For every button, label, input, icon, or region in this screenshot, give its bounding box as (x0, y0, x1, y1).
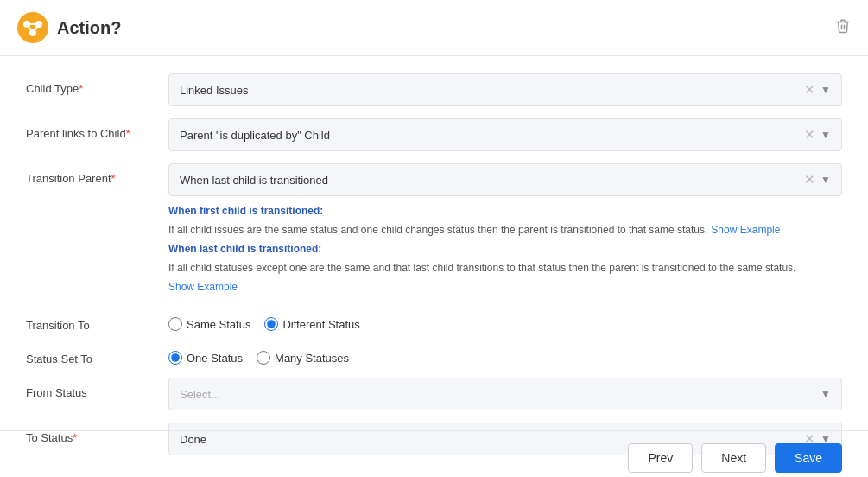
from-status-label: From Status (26, 378, 168, 399)
page-wrapper: Action? Child Type* Linked Issues ✕ (0, 0, 868, 477)
transition-parent-caret-icon: ▼ (820, 174, 831, 186)
transition-parent-value: When last child is transitioned (180, 174, 328, 187)
parent-links-select[interactable]: Parent "is duplicated by" Child ✕ ▼ (168, 118, 842, 151)
child-type-clear-icon[interactable]: ✕ (804, 82, 815, 98)
transition-to-control: Same Status Different Status (168, 310, 842, 331)
same-status-label: Same Status (187, 318, 250, 331)
child-type-control: Linked Issues ✕ ▼ (168, 73, 842, 106)
many-statuses-radio[interactable] (257, 351, 270, 365)
different-status-option[interactable]: Different Status (264, 317, 359, 331)
prev-button[interactable]: Prev (628, 443, 693, 473)
child-type-value: Linked Issues (180, 84, 249, 97)
one-status-radio[interactable] (168, 351, 182, 365)
first-child-label: When first child is transitioned: (168, 203, 323, 219)
page-title: Action? (57, 18, 121, 38)
transition-parent-info: When first child is transitioned: If all… (168, 203, 842, 295)
parent-links-label: Parent links to Child* (26, 118, 168, 140)
parent-links-control: Parent "is duplicated by" Child ✕ ▼ (168, 118, 842, 151)
first-child-show-example[interactable]: Show Example (711, 222, 780, 238)
svg-point-0 (17, 12, 48, 43)
header: Action? (0, 0, 868, 56)
transition-parent-row: Transition Parent* When last child is tr… (26, 163, 842, 298)
one-status-label: One Status (187, 352, 243, 365)
from-status-caret-icon: ▼ (820, 388, 831, 400)
transition-parent-clear-icon[interactable]: ✕ (804, 172, 815, 188)
different-status-label: Different Status (282, 318, 359, 331)
transition-parent-control: When last child is transitioned ✕ ▼ When… (168, 163, 842, 298)
one-status-option[interactable]: One Status (168, 351, 243, 365)
delete-icon[interactable] (835, 18, 851, 37)
last-child-info-row: When last child is transitioned: If all … (168, 241, 842, 295)
from-status-row: From Status Select... ▼ (26, 378, 842, 410)
save-button[interactable]: Save (775, 443, 842, 473)
transition-parent-select[interactable]: When last child is transitioned ✕ ▼ (168, 163, 842, 196)
transition-to-label: Transition To (26, 310, 168, 332)
parent-links-value: Parent "is duplicated by" Child (180, 129, 330, 142)
last-child-label: When last child is transitioned: (168, 241, 321, 257)
status-set-to-control: One Status Many Statuses (168, 344, 842, 365)
same-status-option[interactable]: Same Status (168, 317, 250, 331)
same-status-radio[interactable] (168, 317, 182, 331)
child-type-row: Child Type* Linked Issues ✕ ▼ (26, 73, 842, 106)
transition-to-row: Transition To Same Status Different Stat… (26, 310, 842, 332)
status-set-to-radio-group: One Status Many Statuses (168, 344, 842, 365)
parent-links-caret-icon: ▼ (820, 129, 831, 141)
transition-parent-label: Transition Parent* (26, 163, 168, 185)
first-child-text: If all child issues are the same status … (168, 222, 707, 238)
many-statuses-label: Many Statuses (275, 352, 349, 365)
workflow-logo-icon (17, 12, 48, 43)
parent-links-row: Parent links to Child* Parent "is duplic… (26, 118, 842, 151)
header-left: Action? (17, 12, 121, 43)
child-type-select[interactable]: Linked Issues ✕ ▼ (168, 73, 842, 106)
child-type-label: Child Type* (26, 73, 168, 95)
different-status-radio[interactable] (264, 317, 278, 331)
status-set-to-label: Status Set To (26, 344, 168, 366)
form-content: Child Type* Linked Issues ✕ ▼ Parent lin… (0, 56, 868, 477)
last-child-text: If all child statuses except one are the… (168, 260, 795, 276)
from-status-select[interactable]: Select... ▼ (168, 378, 842, 410)
last-child-show-example[interactable]: Show Example (168, 279, 238, 295)
child-type-caret-icon: ▼ (820, 84, 831, 96)
transition-to-radio-group: Same Status Different Status (168, 310, 842, 331)
many-statuses-option[interactable]: Many Statuses (257, 351, 349, 365)
footer: Prev Next Save (0, 430, 868, 477)
from-status-placeholder: Select... (180, 388, 220, 401)
from-status-control: Select... ▼ (168, 378, 842, 410)
status-set-to-row: Status Set To One Status Many Statuses (26, 344, 842, 366)
next-button[interactable]: Next (701, 443, 766, 473)
first-child-info-row: When first child is transitioned: If all… (168, 203, 842, 238)
parent-links-clear-icon[interactable]: ✕ (804, 127, 815, 143)
